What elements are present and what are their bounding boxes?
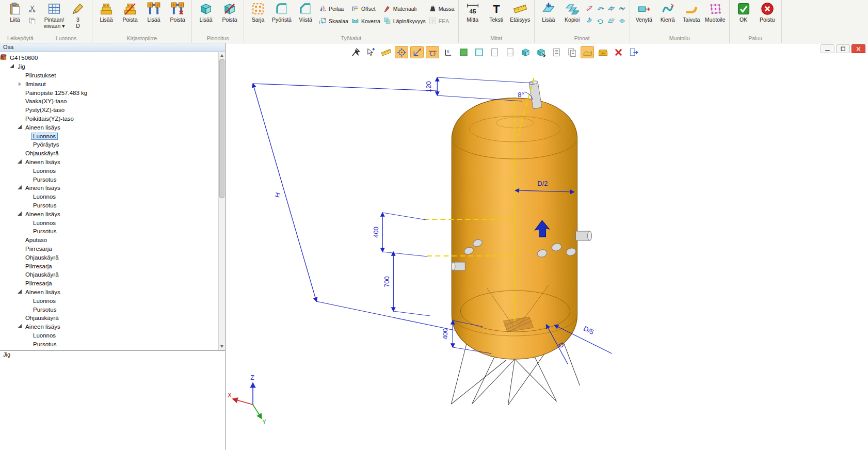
button-label: Offset (361, 6, 376, 12)
poista-button[interactable]: Poista (119, 1, 141, 31)
svg-text:1: 1 (173, 3, 175, 7)
surface-split-button[interactable] (606, 4, 616, 13)
snap-point-button[interactable] (395, 46, 408, 58)
kopioi-button[interactable]: Kopioi (561, 1, 584, 31)
button-label: Massa (439, 6, 455, 12)
lisaa-button[interactable]: 12Lisää (142, 1, 165, 31)
minimize-icon (823, 46, 832, 52)
peilaa-button[interactable]: Peilaa (318, 4, 349, 13)
lisaa-button[interactable]: Lisää (95, 1, 118, 31)
lapinakyvyys-button[interactable]: Läpinäkyvyys (382, 16, 427, 26)
surface-undo-button[interactable] (596, 16, 605, 26)
ribbon-group-label: Leikepöytä (4, 35, 37, 43)
surface-move-icon (586, 17, 593, 25)
sheet-blank-button[interactable] (488, 46, 501, 58)
materiaali-button[interactable]: Materiaali (382, 4, 427, 13)
plane-outline-button[interactable] (472, 46, 486, 58)
surface-extend-button[interactable] (596, 4, 605, 13)
snap-direction-button[interactable] (410, 46, 424, 58)
ok-button[interactable]: OK (732, 1, 755, 31)
twist-icon (661, 2, 674, 15)
viista-button[interactable]: Viistä (294, 1, 317, 31)
surface-join-button[interactable] (617, 4, 627, 13)
skaalaa-button[interactable]: Skaalaa (318, 16, 349, 26)
surface-move-button[interactable] (585, 16, 594, 26)
fea-button[interactable]: FEA (428, 16, 456, 26)
surface-patch-icon (618, 17, 626, 25)
button-label: Venytä (636, 17, 652, 23)
offset-button[interactable]: Offset (350, 4, 381, 13)
maximize-icon (839, 46, 847, 52)
select-add-button[interactable] (364, 46, 377, 58)
plane-green-button[interactable] (457, 46, 470, 58)
scrollbar-thumb[interactable] (219, 59, 224, 198)
pencil-icon (71, 2, 85, 15)
surface-trim-button[interactable] (585, 4, 594, 13)
3d-viewport[interactable]: E (226, 43, 868, 450)
copy-button[interactable] (27, 16, 37, 26)
button-label: Pyöristä (272, 17, 292, 23)
surface-join-icon (618, 5, 626, 12)
measure-ruler-button[interactable] (379, 46, 393, 58)
scroll-down-icon[interactable] (219, 343, 225, 350)
sheet-copy-button[interactable] (565, 46, 578, 58)
solid-pick-button[interactable] (534, 46, 548, 58)
3d-scene[interactable]: H 120 8° D/2 400 700 400 D/5 D Z (226, 43, 868, 450)
triad-labels: Z X Y (228, 374, 266, 426)
teksti-button[interactable]: TTeksti (485, 1, 508, 31)
cut-icon (28, 5, 36, 12)
drawer-button[interactable] (596, 46, 609, 58)
mitta-button[interactable]: 45Mitta (461, 1, 484, 31)
sarja-button[interactable]: Sarja (247, 1, 269, 31)
massa-button[interactable]: Massa (428, 4, 456, 13)
button-label: Mitta (467, 17, 478, 23)
ok-icon (737, 2, 750, 15)
snap-coordinate-button[interactable]: E (441, 46, 455, 58)
sheet-blank-2-button[interactable] (503, 46, 517, 58)
pin-button[interactable] (348, 46, 362, 58)
kierra-button[interactable]: Kierrä (656, 1, 679, 31)
material-icon (383, 5, 391, 12)
scroll-up-icon[interactable] (219, 52, 225, 59)
export-view-button[interactable] (627, 46, 640, 58)
ribbon-group-label: Pinnat (537, 35, 627, 43)
pintaan-viivaan-button[interactable]: Pintaan/ viivaan ▾ (43, 1, 66, 31)
maximize-button[interactable] (836, 44, 850, 53)
tree-item-pursotus[interactable]: Pursotus (0, 340, 218, 348)
button-label: Läpinäkyvyys (393, 18, 426, 24)
surface-patch-button[interactable] (617, 16, 627, 26)
etaisyys-button[interactable]: Etäisyys (509, 1, 532, 31)
lisaa-button[interactable]: Lisää (195, 1, 217, 31)
poista-button[interactable]: 12Poista (166, 1, 189, 31)
3-d-button[interactable]: 3 D (67, 1, 89, 31)
surface-grid-button[interactable] (606, 16, 616, 26)
poistu-button[interactable]: Poistu (756, 1, 779, 31)
tree-scrollbar[interactable] (218, 52, 225, 350)
delete-red-icon (614, 47, 623, 57)
feature-remove-icon (123, 2, 137, 15)
sheet-lines-button[interactable] (550, 46, 563, 58)
pyorista-button[interactable]: Pyöristä (270, 1, 293, 31)
koverra-button[interactable]: Koverra (350, 16, 381, 26)
solid-box-button[interactable] (519, 46, 532, 58)
surface-shaded-button[interactable] (581, 46, 594, 58)
venyta-button[interactable]: Venytä (633, 1, 655, 31)
distance-icon (513, 2, 527, 15)
snap-point-icon (397, 47, 407, 57)
lisaa-button[interactable]: Lisää (537, 1, 560, 31)
snap-tangent-button[interactable] (426, 46, 439, 58)
button-label: Materiaali (393, 6, 417, 12)
panel-empty-area (0, 359, 225, 450)
minimize-button[interactable] (821, 44, 834, 53)
ribbon-group-label: Muotoilu (633, 35, 727, 43)
close-button[interactable] (851, 44, 865, 53)
delete-red-button[interactable] (612, 46, 625, 58)
muotoile-button[interactable]: Muotoile (704, 1, 727, 31)
poista-button[interactable]: Poista (218, 1, 241, 31)
button-label: Viistä (299, 17, 312, 23)
liita-button[interactable]: Liitä (4, 1, 26, 31)
taivuta-button[interactable]: Taivuta (680, 1, 703, 31)
button-label: 3 D (76, 17, 80, 29)
cut-button[interactable] (27, 4, 37, 13)
dim-400b-label: 400 (441, 328, 449, 340)
